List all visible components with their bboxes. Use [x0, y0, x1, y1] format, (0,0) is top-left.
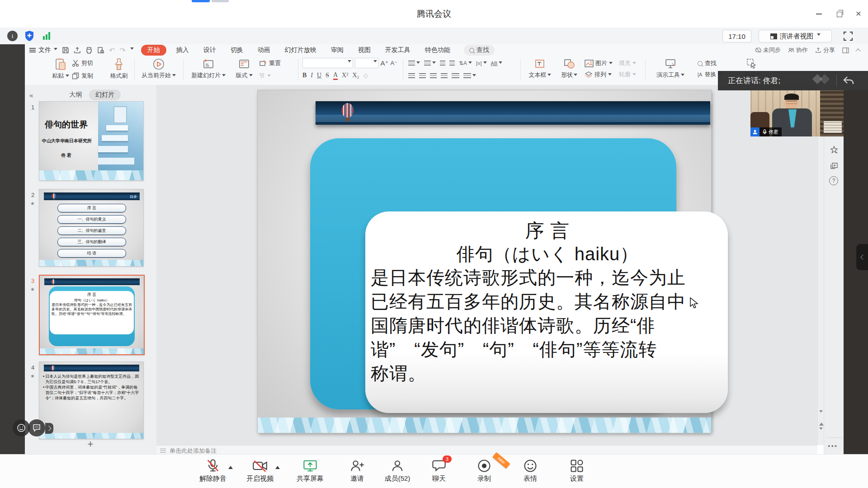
find-button[interactable]: 查找 — [698, 58, 722, 69]
tab-slides[interactable]: 幻灯片 — [89, 89, 121, 100]
line-spacing-button[interactable]: [≡] — [476, 61, 487, 66]
new-slide-plus-button[interactable]: + — [84, 438, 97, 450]
save-icon[interactable] — [62, 47, 69, 54]
font-color-button[interactable]: A — [333, 71, 338, 80]
reset-button[interactable]: 重置 — [259, 57, 295, 70]
reactions-button[interactable]: 表情 — [509, 458, 552, 483]
outline-button[interactable]: 轮廓 — [619, 69, 636, 80]
reaction-chat-button[interactable] — [28, 419, 45, 436]
camera-options-arrow[interactable] — [275, 464, 280, 469]
help-icon[interactable]: ? — [829, 176, 838, 185]
current-slide[interactable]: 序 言 俳句（はいく haiku） 是日本传统诗歌形式的一种，迄今为止 已经有五… — [258, 90, 711, 433]
strikethrough-button[interactable]: S — [326, 72, 329, 79]
print-icon[interactable] — [85, 47, 93, 54]
columns-icon[interactable] — [463, 73, 476, 78]
tab-outline[interactable]: 大纲 — [69, 91, 82, 99]
minimize-button[interactable] — [812, 7, 826, 20]
sync-status[interactable]: 未同步 — [755, 46, 781, 54]
record-button[interactable]: 录制 new — [462, 458, 506, 483]
increase-indent-icon[interactable] — [449, 61, 455, 66]
paste-button[interactable]: 粘贴 — [51, 57, 70, 84]
section-button[interactable]: 节 — [259, 70, 295, 82]
close-button[interactable]: × — [852, 7, 865, 20]
mic-options-arrow[interactable] — [228, 464, 233, 469]
justify-icon[interactable] — [441, 73, 448, 78]
distribute-icon[interactable] — [452, 73, 459, 78]
underline-button[interactable]: U — [317, 72, 321, 79]
members-button[interactable]: 成员(52) — [376, 458, 419, 483]
previous-slide-icon[interactable] — [819, 420, 824, 426]
fullscreen-icon[interactable] — [843, 31, 854, 43]
tab-animation[interactable]: 动画 — [253, 45, 275, 55]
numbering-button[interactable] — [424, 61, 436, 66]
subscript-button[interactable]: X₂ — [352, 72, 359, 79]
tab-view[interactable]: 视图 — [354, 45, 375, 55]
panel-collapse-tab[interactable] — [856, 244, 868, 270]
layout-button[interactable]: 版式 — [232, 57, 256, 84]
copy-button[interactable]: 复制 — [72, 70, 104, 82]
print-preview-icon[interactable] — [97, 47, 104, 54]
slide-thumbnail-2[interactable]: 目录 序 言 一、俳句的意义 二、俳句的鉴赏 三、俳句的翻译 结 语 — [39, 189, 144, 267]
export-icon[interactable] — [74, 47, 81, 54]
view-mode-dropdown[interactable]: 演讲者视图 — [759, 30, 832, 42]
font-size-combo[interactable] — [355, 58, 379, 68]
tab-developer[interactable]: 开发工具 — [381, 45, 415, 55]
unmute-button[interactable]: 解除静音 — [191, 458, 235, 483]
tab-slideshow[interactable]: 幻灯片放映 — [280, 45, 321, 55]
start-video-button[interactable]: 开启视频 — [238, 458, 282, 483]
settings-button[interactable]: 设置 — [555, 458, 599, 483]
reaction-emoji-button[interactable] — [13, 419, 30, 436]
reply-arrow-icon[interactable] — [843, 76, 854, 85]
reaction-drawer-toggle[interactable] — [45, 423, 53, 434]
shield-icon[interactable] — [24, 30, 35, 44]
present-tools-button[interactable]: 演示工具 — [651, 57, 690, 79]
pop-out-window-icon[interactable] — [830, 161, 839, 170]
format-painter-button[interactable]: 格式刷 — [107, 57, 131, 84]
align-left-icon[interactable] — [408, 73, 415, 78]
slide-thumbnail-4[interactable]: •日本人认为俳句是世界上最短的短诗型文艺作品，因为它仅仅是句调5·7·5，三句1… — [39, 361, 144, 439]
new-slide-button[interactable]: 新建幻灯片 — [188, 57, 229, 84]
superscript-button[interactable]: X² — [342, 72, 348, 79]
text-direction-button[interactable]: ⇅A — [459, 60, 472, 66]
tab-review[interactable]: 审阅 — [326, 45, 348, 55]
slide-thumbnail-1[interactable]: 俳句的世界 中山大学华南日本研究所 佟 君 — [39, 101, 144, 181]
font-family-combo[interactable] — [302, 58, 353, 68]
scroll-down-icon[interactable] — [819, 411, 823, 419]
collaborate-button[interactable]: 协作 — [788, 46, 808, 54]
shrink-font-icon[interactable]: A⁻ — [390, 60, 397, 66]
char-spacing-button[interactable]: AB — [491, 61, 503, 66]
qat-more-icon[interactable] — [130, 47, 134, 52]
slide-thumbnail-3-selected[interactable]: 序 言 俳句（はいく haiku） 是日本传统诗歌形式的一种，迄今为止已经有五百… — [39, 275, 145, 355]
align-right-icon[interactable] — [430, 73, 437, 78]
bullets-button[interactable] — [408, 61, 420, 66]
chat-button[interactable]: 聊天 3 — [417, 458, 461, 483]
next-slide-icon[interactable] — [819, 428, 823, 436]
italic-button[interactable]: I — [311, 72, 313, 79]
play-from-current-button[interactable]: 从当前开始 — [138, 57, 179, 84]
tab-transition[interactable]: 切换 — [226, 45, 248, 55]
speaker-video[interactable]: 佟君 — [750, 90, 844, 136]
shape-button[interactable]: 形状 — [557, 57, 582, 79]
share-button[interactable]: 分享 — [815, 46, 835, 54]
arrange-button[interactable]: 排列 — [585, 69, 613, 80]
panel-icon[interactable] — [842, 47, 849, 53]
undo-icon[interactable]: ↶ — [109, 46, 115, 55]
textbox-button[interactable]: 文本框 — [526, 57, 554, 79]
decrease-indent-icon[interactable] — [440, 61, 445, 66]
redo-icon[interactable]: ↷ — [119, 46, 125, 55]
share-screen-button[interactable]: 共享屏幕 — [288, 458, 332, 483]
grow-font-icon[interactable]: A⁺ — [381, 59, 389, 67]
status-more-dots[interactable]: ●●● — [828, 444, 838, 448]
picture-button[interactable]: 图片 排列 — [585, 58, 613, 80]
collapse-panel-icon[interactable]: « — [29, 91, 33, 99]
network-stats-icon[interactable] — [43, 32, 52, 40]
beautify-star-icon[interactable] — [830, 145, 839, 155]
fill-button[interactable]: 填充 — [619, 58, 636, 69]
find-tab[interactable]: 查找 — [464, 45, 495, 56]
info-icon[interactable]: i — [7, 31, 18, 41]
tab-home[interactable]: 开始 — [141, 45, 166, 56]
collapse-ribbon-icon[interactable] — [855, 48, 860, 53]
align-center-icon[interactable] — [419, 73, 426, 78]
tab-design[interactable]: 设计 — [199, 45, 221, 55]
restore-button[interactable] — [833, 7, 846, 20]
